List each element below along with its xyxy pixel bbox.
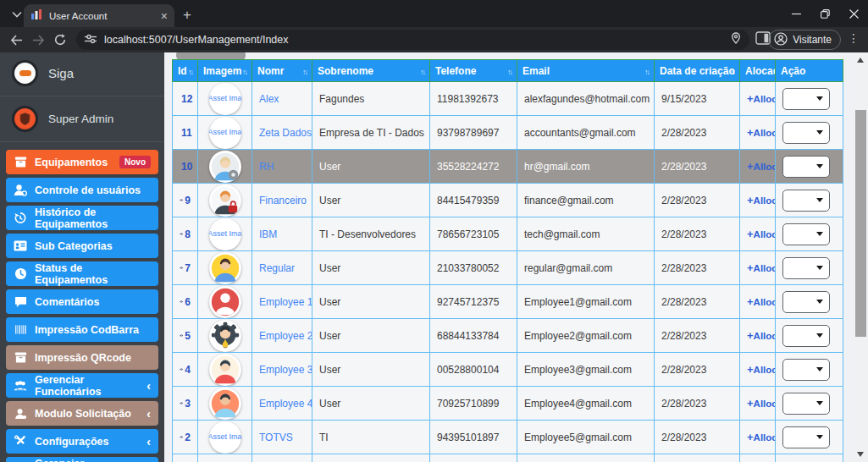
- allocate-link[interactable]: +Allocate: [747, 399, 776, 409]
- id-link[interactable]: 7: [180, 262, 191, 274]
- tab-search-chevron-icon[interactable]: [8, 7, 25, 22]
- sidebar-item-modulo-solicita-o[interactable]: Modulo Solicitação‹: [6, 401, 158, 426]
- nome-link[interactable]: IBM: [259, 228, 277, 240]
- allocate-link[interactable]: +Allocate: [747, 263, 776, 273]
- allocate-link[interactable]: +Allocate: [747, 195, 776, 206]
- minimize-icon[interactable]: [782, 0, 810, 27]
- sidebar-item-impress-o-codbarra[interactable]: Impressão CodBarra: [6, 317, 158, 342]
- id-link[interactable]: 5: [180, 330, 191, 342]
- browser-tab[interactable]: User Account ×: [24, 4, 174, 27]
- sidebar-item-gerenciar-permiss-es[interactable]: Gerenciar Permissões‹: [6, 457, 158, 462]
- tab-close-icon[interactable]: ×: [161, 10, 168, 22]
- plus-icon: +: [747, 431, 754, 443]
- user-avatar: [209, 388, 241, 420]
- table-row: [173, 454, 843, 462]
- sidebar-item-label: Sub Categorias: [35, 240, 113, 252]
- column-header-id[interactable]: ↑↓Id: [173, 60, 198, 82]
- nome-link[interactable]: Employee 3: [259, 364, 312, 376]
- allocate-link[interactable]: +Allocate: [747, 297, 776, 307]
- action-select[interactable]: [782, 325, 830, 347]
- sort-icon[interactable]: ↑↓: [188, 68, 192, 76]
- id-link[interactable]: 10: [180, 161, 191, 173]
- sidebar-item-hist-rico-de-equipamentos[interactable]: Histórico de Equipamentos: [6, 206, 158, 230]
- data-criacao-cell: 2/28/2023: [655, 353, 740, 387]
- nome-link[interactable]: Employee 1: [259, 296, 312, 308]
- nome-link[interactable]: TOTVS: [259, 432, 293, 443]
- id-link[interactable]: 6: [180, 296, 191, 308]
- column-header-sobrenome[interactable]: ↑↓Sobrenome: [312, 60, 430, 82]
- column-header-email[interactable]: ↑↓Email: [517, 60, 655, 82]
- scrollbar-thumb[interactable]: [855, 110, 866, 337]
- back-icon[interactable]: [5, 29, 27, 51]
- sort-icon[interactable]: ↑↓: [302, 68, 307, 76]
- action-select[interactable]: [782, 122, 830, 144]
- profile-chip[interactable]: Visitante: [768, 30, 841, 50]
- address-bar[interactable]: localhost:5007/UserManagement/Index: [76, 30, 749, 50]
- url-text[interactable]: localhost:5007/UserManagement/Index: [104, 34, 723, 46]
- close-icon[interactable]: [839, 0, 868, 27]
- action-select[interactable]: [782, 190, 830, 212]
- allocate-link[interactable]: +Allocate: [747, 162, 776, 172]
- action-select[interactable]: [782, 291, 830, 313]
- id-link[interactable]: 9: [180, 195, 191, 206]
- new-tab-icon[interactable]: +: [183, 7, 191, 24]
- allocate-link[interactable]: +Allocate: [747, 365, 776, 375]
- id-link[interactable]: 8: [180, 228, 191, 240]
- column-header-nomr[interactable]: ↑↓Nomr: [252, 60, 312, 82]
- action-select[interactable]: [782, 156, 830, 178]
- sidebar-item-sub-categorias[interactable]: Sub Categorias: [6, 234, 158, 258]
- page-scrollbar[interactable]: [854, 52, 868, 462]
- restore-icon[interactable]: [810, 0, 839, 27]
- sobrenome-cell: TI: [312, 421, 430, 454]
- allocate-link[interactable]: +Allocate: [747, 94, 776, 104]
- table-row: 4Employee 3User00528800104Employee3@gmai…: [173, 353, 843, 387]
- allocate-link[interactable]: +Allocate: [747, 331, 776, 341]
- nome-link[interactable]: Regular: [259, 262, 295, 274]
- forward-icon[interactable]: [27, 29, 49, 51]
- allocate-link[interactable]: +Allocate: [747, 128, 776, 138]
- allocate-link[interactable]: +Allocate: [747, 432, 776, 443]
- scroll-down-icon[interactable]: [857, 452, 864, 457]
- column-header-data-de-cria-o[interactable]: ↑↓Data de criação: [655, 60, 740, 82]
- sort-icon[interactable]: ↑↓: [242, 68, 246, 76]
- column-header-telefone[interactable]: ↑↓Telefone: [430, 60, 517, 82]
- action-select[interactable]: [782, 223, 830, 245]
- sidebar-item-equipamentos[interactable]: EquipamentosNovo: [6, 150, 158, 174]
- reload-icon[interactable]: [49, 29, 71, 51]
- action-select[interactable]: [782, 88, 830, 110]
- id-link[interactable]: 3: [180, 398, 191, 410]
- sidebar-item-coment-rios[interactable]: Comentários: [6, 289, 158, 314]
- id-link[interactable]: 4: [180, 364, 191, 376]
- nome-link[interactable]: Zeta Dados: [259, 127, 312, 139]
- column-header-imagem[interactable]: ↑↓Imagem: [198, 60, 252, 82]
- history-icon: [14, 212, 27, 225]
- sidebar-item-impress-o-qrcode[interactable]: Impressão QRcode: [6, 345, 158, 370]
- id-link[interactable]: 2: [180, 432, 191, 443]
- action-select[interactable]: [782, 393, 830, 415]
- sidebar-item-gerenciar-funcion-rios[interactable]: Gerenciar Funcionários‹: [6, 373, 158, 398]
- action-select[interactable]: [782, 257, 830, 279]
- nome-link[interactable]: Financeiro: [259, 195, 307, 206]
- nome-link[interactable]: Alex: [259, 93, 279, 105]
- menu-dots-icon[interactable]: ⋮: [846, 31, 861, 48]
- nome-link[interactable]: Employee 4: [259, 398, 312, 410]
- current-user[interactable]: Super Admin: [0, 98, 164, 140]
- id-link[interactable]: 12: [180, 93, 191, 105]
- sort-icon[interactable]: ↑↓: [420, 68, 424, 76]
- app-logo[interactable]: Siga: [0, 52, 164, 94]
- sort-icon[interactable]: ↑↓: [644, 68, 649, 76]
- sidebar-item-status-de-equipamentos[interactable]: Status de Equipamentos: [6, 261, 158, 286]
- sidebar-item-controle-de-usu-rios[interactable]: Controle de usuários: [6, 178, 158, 202]
- site-info-icon[interactable]: [85, 32, 97, 47]
- action-select[interactable]: [782, 359, 830, 381]
- sidebar-item-configura-es[interactable]: Configurações‹: [6, 429, 158, 454]
- scroll-up-icon[interactable]: [857, 58, 864, 63]
- location-pin-icon[interactable]: [731, 32, 741, 47]
- nome-link[interactable]: Employee 2: [259, 330, 312, 342]
- nome-link[interactable]: RH: [259, 161, 274, 173]
- action-select[interactable]: [782, 426, 830, 448]
- id-link[interactable]: 11: [180, 127, 191, 139]
- allocate-link[interactable]: +Allocate: [747, 229, 776, 239]
- sobrenome-cell: Empresa de TI - Dados: [312, 116, 430, 150]
- sort-icon[interactable]: ↑↓: [507, 68, 511, 76]
